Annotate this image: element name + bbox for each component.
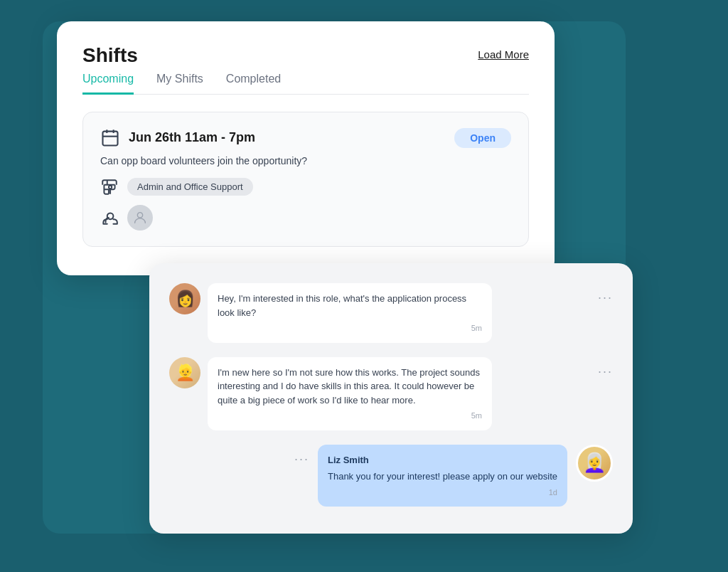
tabs-row: Upcoming My Shifts Completed	[82, 73, 529, 95]
message-options-3[interactable]: ···	[294, 445, 309, 467]
shift-time: Jun 26th 11am - 7pm	[129, 130, 255, 145]
tab-my-shifts[interactable]: My Shifts	[156, 73, 203, 95]
shift-header-row: Jun 26th 11am - 7pm Open	[100, 128, 511, 148]
shift-entry: Jun 26th 11am - 7pm Open Can opp board v…	[82, 112, 529, 247]
chat-time-2: 5m	[218, 410, 482, 422]
status-badge: Open	[454, 128, 511, 148]
sender-name: Liz Smith	[328, 453, 557, 467]
tab-completed[interactable]: Completed	[226, 73, 281, 95]
chat-message-row-3: 👩‍🦳 Liz Smith Thank you for your interes…	[169, 445, 613, 507]
tab-upcoming[interactable]: Upcoming	[82, 73, 134, 95]
card-header: Shifts Load More	[82, 44, 529, 67]
chat-message-row-1: 👩 Hey, I'm interested in this role, what…	[169, 283, 613, 343]
role-icon	[100, 178, 119, 196]
svg-point-4	[137, 212, 142, 217]
chat-avatar-3: 👩‍🦳	[576, 445, 613, 482]
svg-rect-0	[103, 131, 118, 145]
shift-description: Can opp board volunteers join the opport…	[100, 155, 511, 166]
chat-bubble-3: Liz Smith Thank you for your interest! p…	[318, 445, 567, 507]
message-options-1[interactable]: ···	[598, 283, 613, 305]
category-pill: Admin and Office Support	[127, 178, 253, 196]
calendar-icon	[100, 128, 120, 148]
chat-message-row-2: 👱 I'm new here so I'm not sure how this …	[169, 357, 613, 430]
load-more-button[interactable]: Load More	[478, 44, 529, 60]
shift-category-row: Admin and Office Support	[100, 178, 511, 196]
chat-card: 👩 Hey, I'm interested in this role, what…	[149, 263, 633, 534]
shifts-card: Shifts Load More Upcoming My Shifts Comp…	[57, 21, 555, 275]
chat-bubble-wrap-3: Liz Smith Thank you for your interest! p…	[318, 445, 567, 507]
chat-bubble-1: Hey, I'm interested in this role, what's…	[208, 283, 492, 343]
volunteer-avatar	[127, 205, 153, 231]
volunteers-row	[100, 205, 511, 231]
chat-avatar-2: 👱	[169, 357, 200, 388]
chat-avatar-1: 👩	[169, 283, 200, 314]
shift-time-row: Jun 26th 11am - 7pm	[100, 128, 255, 148]
message-options-2[interactable]: ···	[598, 357, 613, 379]
page-title: Shifts	[82, 44, 138, 67]
chat-time-1: 5m	[218, 322, 482, 334]
chat-bubble-wrap-2: I'm new here so I'm not sure how this wo…	[208, 357, 591, 430]
chat-bubble-2: I'm new here so I'm not sure how this wo…	[208, 357, 492, 430]
volunteers-icon	[100, 208, 119, 227]
chat-time-3: 1d	[328, 487, 557, 499]
chat-bubble-wrap-1: Hey, I'm interested in this role, what's…	[208, 283, 591, 343]
